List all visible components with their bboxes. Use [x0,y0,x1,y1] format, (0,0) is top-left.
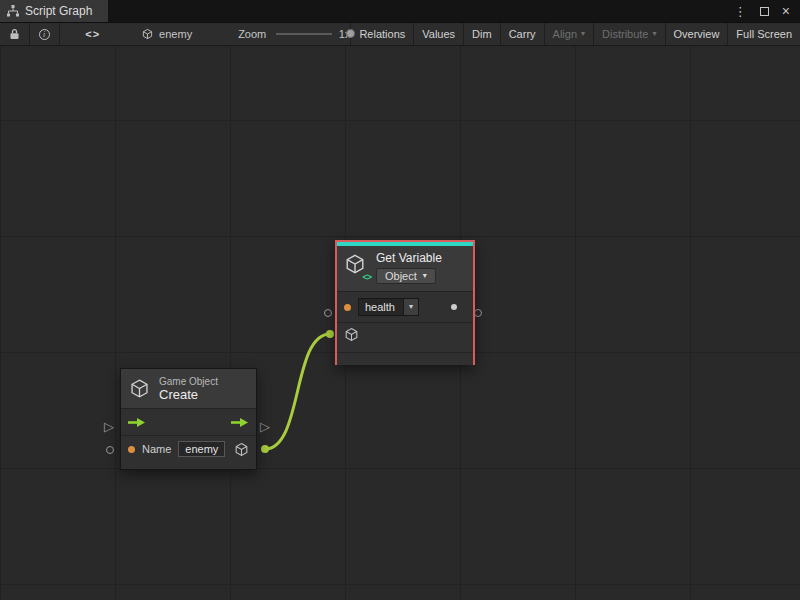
kebab-menu-icon[interactable]: ⋮ [734,4,747,19]
variable-name-field[interactable]: health [358,298,404,316]
values-button[interactable]: Values [413,23,463,45]
chevron-down-icon: ▾ [581,30,585,38]
chevron-down-icon: ▾ [653,30,657,38]
tab-script-graph[interactable]: Script Graph [0,0,108,22]
name-param-row: Name enemy [121,435,256,464]
carry-button[interactable]: Carry [500,23,544,45]
getvar-left-port-circle[interactable] [324,309,332,317]
chevron-down-icon: ▾ [409,303,413,311]
object-port-row [337,322,473,352]
toolbar: i <> enemy Zoom 1x Relations Values Dim … [0,22,800,46]
graph-canvas[interactable]: ▷ ▷ <> Get Variable [0,46,800,600]
zoom-slider[interactable] [276,22,332,46]
variable-value-row: health ▾ [337,291,473,322]
close-icon[interactable]: × [782,4,790,18]
create-flow-out-triangle[interactable]: ▷ [260,420,270,433]
script-graph-icon [7,5,19,17]
get-variable-header: <> Get Variable Object ▾ [337,246,473,291]
node-get-variable[interactable]: <> Get Variable Object ▾ health ▾ [335,240,475,365]
wire-target-dot[interactable] [326,330,334,338]
relations-button[interactable]: Relations [350,23,413,45]
node-title: Create [159,387,218,402]
cube-icon [142,28,153,40]
separator [59,23,60,45]
node-category: Game Object [159,376,218,387]
distribute-button[interactable]: Distribute ▾ [593,23,664,45]
flow-row [121,409,256,435]
getvar-right-port-circle[interactable] [474,309,482,317]
variable-scope-dropdown[interactable]: Object ▾ [376,268,436,284]
lock-icon[interactable] [0,23,29,45]
node-footer [337,352,473,365]
maximize-icon[interactable] [760,7,769,16]
dim-button[interactable]: Dim [463,23,500,45]
create-name-port-circle[interactable] [106,446,114,454]
variable-name-label: enemy [159,28,192,40]
connection-wire[interactable] [265,334,330,449]
param-label: Name [142,443,171,455]
graph-variable-chip[interactable]: enemy [142,28,192,40]
wire-source-dot[interactable] [261,445,269,453]
create-flow-in-triangle[interactable]: ▷ [104,420,114,433]
flow-in-arrow-icon[interactable] [128,417,146,428]
align-button[interactable]: Align ▾ [544,23,593,45]
code-badge-icon: <> [362,272,371,282]
object-port-cube-icon[interactable] [344,327,359,342]
result-cube-icon[interactable] [234,442,249,457]
title-actions: ⋮ × [734,0,800,22]
game-object-cube-icon [129,378,150,399]
name-input-port[interactable] [128,446,135,453]
node-create-game-object[interactable]: Game Object Create Name enemy [120,368,257,470]
name-value-field[interactable]: enemy [178,441,225,457]
variable-picker-button[interactable]: ▾ [404,298,419,316]
overview-button[interactable]: Overview [665,23,728,45]
get-variable-cube-icon: <> [344,253,368,279]
titlebar: Script Graph ⋮ × [0,0,800,22]
node-title: Get Variable [376,251,442,265]
value-input-port[interactable] [344,304,351,311]
window-title: Script Graph [25,4,92,18]
flow-out-arrow-icon[interactable] [231,417,249,428]
code-icon[interactable]: <> [85,28,100,40]
zoom-label: Zoom [238,28,266,40]
chevron-down-icon: ▾ [423,272,427,280]
create-header: Game Object Create [121,369,256,409]
info-icon[interactable]: i [30,23,59,45]
zoom-slider-track [276,33,332,35]
script-graph-window: Script Graph ⋮ × i <> enemy [0,0,800,600]
fullscreen-button[interactable]: Full Screen [727,23,800,45]
value-output-port[interactable] [451,304,457,310]
